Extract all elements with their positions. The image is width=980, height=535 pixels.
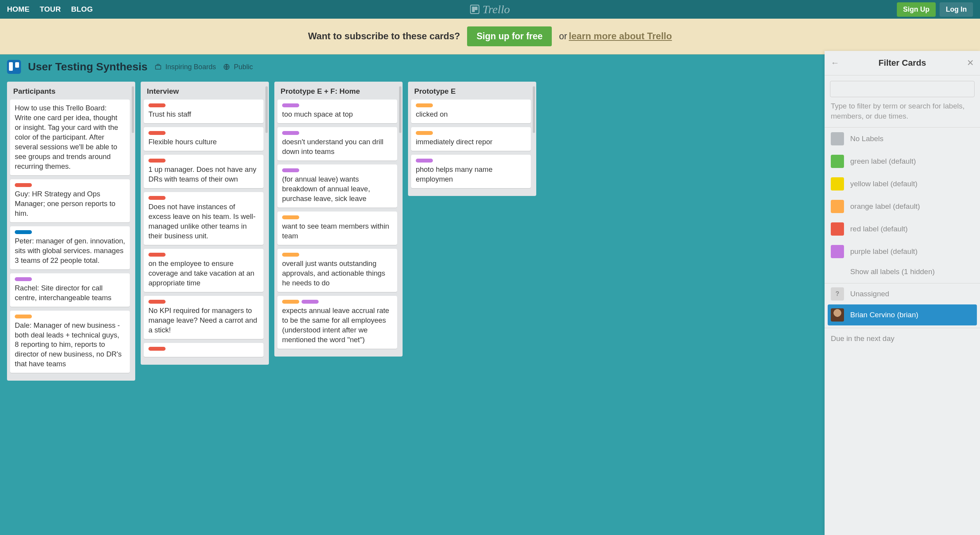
filter-hint: Type to filter by term or search for lab… — [825, 101, 980, 128]
filter-label-text: yellow label (default) — [850, 180, 917, 188]
card-text: How to use this Trello Board: Write one … — [15, 103, 125, 171]
filter-label-green[interactable]: green label (default) — [825, 150, 980, 173]
filter-label-red[interactable]: red label (default) — [825, 218, 980, 240]
filter-label-orange[interactable]: orange label (default) — [825, 195, 980, 218]
filter-label-text: purple label (default) — [850, 247, 917, 256]
card[interactable]: Does not have instances of excess leave … — [144, 192, 263, 245]
card-labels — [148, 196, 259, 200]
board-visibility-text: Public — [234, 63, 253, 71]
card[interactable]: Trust his staff — [144, 100, 263, 123]
signup-button[interactable]: Sign Up — [897, 2, 936, 17]
nav-home[interactable]: HOME — [7, 5, 30, 14]
red-swatch-icon — [831, 222, 844, 236]
top-navbar: HOME TOUR BLOG Trello Sign Up Log In — [0, 0, 980, 19]
filter-member-brian[interactable]: Brian Cervino (brian) — [828, 304, 977, 325]
red-label-icon — [148, 347, 166, 351]
close-icon[interactable]: ✕ — [964, 58, 974, 68]
card-text: overall just wants outstanding approvals… — [282, 259, 392, 288]
card[interactable]: want to see team members within team — [277, 212, 397, 245]
red-label-icon — [148, 300, 166, 304]
purple-label-icon — [15, 277, 32, 281]
member-name: Brian Cervino (brian) — [850, 311, 918, 319]
card-text: photo helps many name employmen — [416, 165, 526, 184]
card[interactable]: doesn't understand you can drill down in… — [277, 127, 397, 161]
card[interactable]: How to use this Trello Board: Write one … — [10, 100, 130, 175]
show-all-labels[interactable]: Show all labels (1 hidden) — [825, 263, 980, 281]
blue-label-icon — [15, 230, 32, 234]
board-org[interactable]: Inspiring Boards — [155, 63, 216, 71]
list-title[interactable]: Prototype E + F: Home — [277, 86, 399, 100]
banner-signup-button[interactable]: Sign up for free — [467, 26, 552, 46]
card[interactable]: Rachel: Site director for call centre, i… — [10, 273, 130, 307]
back-icon[interactable]: ← — [831, 58, 841, 68]
card-labels — [282, 215, 392, 219]
card-labels — [148, 159, 259, 163]
filter-label-text: orange label (default) — [850, 202, 920, 211]
card[interactable]: Dale: Manager of new business - both dea… — [10, 311, 130, 373]
card-labels — [282, 103, 392, 107]
list-cards[interactable]: too much space at topdoesn't understand … — [277, 100, 399, 353]
banner-learn-link[interactable]: learn more about Trello — [569, 31, 672, 41]
card[interactable]: photo helps many name employmen — [411, 155, 531, 188]
card[interactable]: 1 up manager. Does not have any DRs with… — [144, 155, 263, 188]
filter-label-purple[interactable]: purple label (default) — [825, 240, 980, 263]
card-text: No KPI required for managers to manage l… — [148, 306, 259, 335]
purple-label-icon — [302, 300, 319, 304]
list: Prototype E + F: Hometoo much space at t… — [274, 82, 403, 357]
list: Prototype Eclicked onimmediately direct … — [408, 82, 536, 196]
card[interactable]: Peter: manager of gen. innovation, sits … — [10, 226, 130, 269]
card-text: Trust his staff — [148, 110, 259, 119]
nav-blog[interactable]: BLOG — [71, 5, 93, 14]
card[interactable]: overall just wants outstanding approvals… — [277, 249, 397, 292]
list-cards[interactable]: Trust his staffFlexible hours culture1 u… — [144, 100, 266, 361]
card[interactable]: (for annual leave) wants breakdown of an… — [277, 164, 397, 208]
card[interactable]: too much space at top — [277, 100, 397, 123]
list-title[interactable]: Interview — [144, 86, 266, 100]
red-label-icon — [148, 196, 166, 200]
green-swatch-icon — [831, 155, 844, 168]
login-button[interactable]: Log In — [940, 2, 973, 17]
filter-label-gray[interactable]: No Labels — [825, 128, 980, 150]
card-labels — [148, 300, 259, 304]
card[interactable]: clicked on — [411, 100, 531, 123]
card[interactable]: Flexible hours culture — [144, 127, 263, 151]
card[interactable]: Guy: HR Strategy and Ops Manager; one pe… — [10, 179, 130, 222]
filter-label-text: red label (default) — [850, 225, 908, 233]
card-labels — [15, 230, 125, 234]
filter-search-input[interactable] — [830, 81, 975, 97]
filter-due-next-day[interactable]: Due in the next day — [825, 328, 980, 349]
board-title[interactable]: User Testing Synthesis — [28, 61, 148, 73]
card-text: clicked on — [416, 110, 526, 119]
brand-logo[interactable]: Trello — [470, 3, 510, 16]
filter-title: Filter Cards — [841, 58, 964, 68]
card-labels — [282, 253, 392, 257]
card-text: expects annual leave accrual rate to be … — [282, 306, 392, 345]
filter-label-yellow[interactable]: yellow label (default) — [825, 173, 980, 195]
nav-tour[interactable]: TOUR — [40, 5, 61, 14]
orange-label-icon — [416, 103, 433, 107]
list-cards[interactable]: clicked onimmediately direct reporphoto … — [411, 100, 533, 192]
card-labels — [282, 168, 392, 172]
card-text: too much space at top — [282, 110, 392, 119]
card[interactable] — [144, 343, 263, 357]
list-title[interactable]: Participants — [10, 86, 132, 100]
card-labels — [416, 131, 526, 135]
list-title[interactable]: Prototype E — [411, 86, 533, 100]
card[interactable]: No KPI required for managers to manage l… — [144, 296, 263, 339]
purple-label-icon — [282, 103, 299, 107]
board-visibility[interactable]: Public — [223, 63, 253, 71]
unassigned-icon: ? — [831, 287, 844, 301]
card[interactable]: expects annual leave accrual rate to be … — [277, 296, 397, 349]
card-text: Peter: manager of gen. innovation, sits … — [15, 236, 125, 266]
list-cards[interactable]: How to use this Trello Board: Write one … — [10, 100, 132, 377]
card-labels — [148, 347, 259, 351]
card-text: Rachel: Site director for call centre, i… — [15, 283, 125, 303]
card[interactable]: immediately direct repor — [411, 127, 531, 151]
orange-label-icon — [282, 253, 299, 257]
filter-unassigned[interactable]: ? Unassigned — [825, 283, 980, 304]
banner-or: or — [559, 31, 567, 41]
orange-label-icon — [15, 315, 32, 318]
show-all-labels-text: Show all labels (1 hidden) — [850, 268, 935, 276]
filter-label-text: green label (default) — [850, 157, 916, 166]
card[interactable]: on the employee to ensure coverage and t… — [144, 249, 263, 292]
